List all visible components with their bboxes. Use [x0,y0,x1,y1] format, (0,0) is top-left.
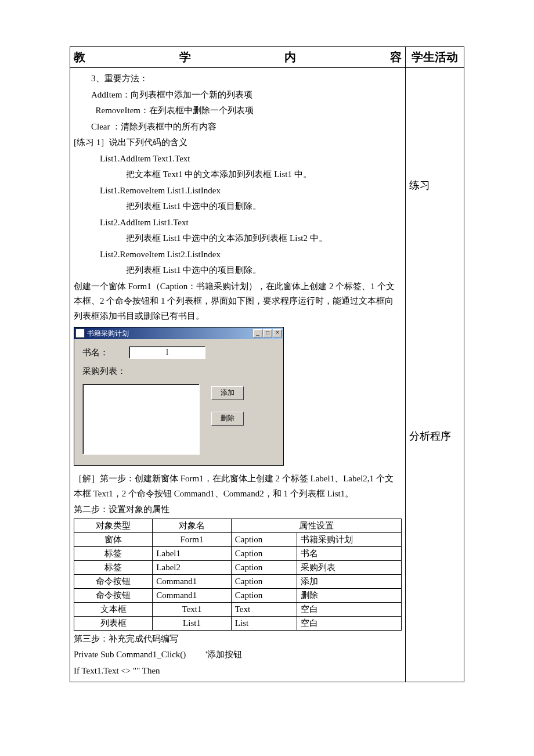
task-desc: 创建一个窗体 Form1（Caption：书籍采购计划），在此窗体上创建 2 个… [74,279,402,324]
table-row: 命令按钮 Command1 Caption 删除 [74,588,402,602]
th-name: 对象名 [153,519,231,532]
method-removeitem: RemoveItem：在列表框中删除一个列表项 [74,103,402,118]
solution-step1: ［解］第一步：创建新窗体 Form1，在此窗体上创建 2 个标签 Label1、… [74,471,402,501]
table-row: 命令按钮 Command1 Caption 添加 [74,574,402,588]
vb-add-button[interactable]: 添加 [211,386,244,400]
desc-3: 把列表框 List1 中选中的文本添加到列表框 List2 中。 [74,231,402,246]
exercise-title: [练习 1］说出下列代码的含义 [74,135,402,150]
code-2: List1.RemoveItem List1.ListIndex [74,183,402,199]
header-content: 教 学 内 容 [70,47,406,68]
vb-title: 书籍采购计划 [87,329,129,339]
solution-step2: 第二步：设置对象的属性 [74,502,402,517]
table-row: 列表框 List1 List 空白 [74,616,402,630]
content-cell: 3、重要方法： AddItem：向列表框中添加一个新的列表项 RemoveIte… [70,68,406,682]
methods-title: 3、重要方法： [74,71,402,87]
code-3: List2.AddItem List1.Text [74,215,402,231]
method-clear: Clear ：清除列表框中的所有内容 [74,120,402,135]
solution-step3: 第三步：补充完成代码编写 [74,632,402,647]
lesson-table: 教 学 内 容 学生活动 3、重要方法： AddItem：向列表框中添加一个新的… [70,46,464,682]
activity-note-2: 分析程序 [406,429,467,443]
table-row: 文本框 Text1 Text 空白 [74,602,402,616]
vb-form-icon [75,329,85,338]
code-line-b: If Text1.Text <> "" Then [74,664,402,679]
activity-note-1: 练习 [406,178,467,192]
code-1: List1.AddItem Text1.Text [74,152,402,167]
properties-table: 对象类型 对象名 属性设置 窗体 Form1 Caption 书籍采购计划 标签… [74,519,402,631]
close-icon[interactable]: × [273,329,282,337]
vb-listbox[interactable] [82,384,200,455]
th-attr: 属性设置 [231,519,401,532]
code-line-a: Private Sub Command1_Click() '添加按钮 [74,647,402,663]
th-type: 对象类型 [74,519,153,532]
maximize-icon[interactable]: □ [263,329,272,337]
desc-4: 把列表框 List1 中选中的项目删除。 [74,263,402,278]
vb-textbox[interactable]: I [129,346,205,359]
desc-2: 把列表框 List1 中选中的项目删除。 [74,199,402,214]
code-4: List2.RemoveItem List2.ListIndex [74,247,402,262]
desc-1: 把文本框 Text1 中的文本添加到列表框 List1 中。 [74,167,402,182]
table-row: 标签 Label1 Caption 书名 [74,546,402,560]
method-additem: AddItem：向列表框中添加一个新的列表项 [74,88,402,103]
vb-label-list: 采购列表： [82,366,129,377]
vb-titlebar: 书籍采购计划 _ □ × [74,327,283,339]
activity-cell: 练习 分析程序 [406,68,464,682]
table-row: 标签 Label2 Caption 采购列表 [74,560,402,574]
header-activity: 学生活动 [406,47,464,68]
table-row: 窗体 Form1 Caption 书籍采购计划 [74,532,402,546]
vb-delete-button[interactable]: 删除 [211,412,244,426]
vb-form-screenshot: 书籍采购计划 _ □ × 书名： I [74,327,284,466]
minimize-icon[interactable]: _ [253,329,262,337]
vb-label-bookname: 书名： [82,347,129,358]
